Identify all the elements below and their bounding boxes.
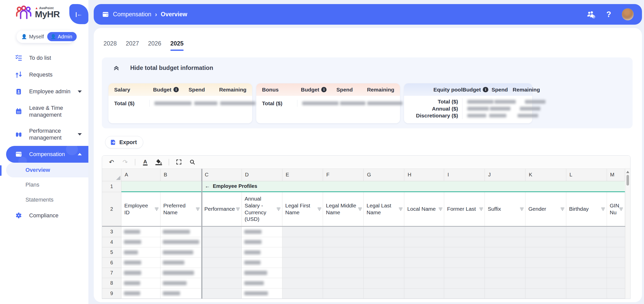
cell[interactable] (444, 257, 485, 268)
sidebar-item-performance[interactable]: Performance management (0, 123, 88, 146)
row-number-cell[interactable]: 3 (102, 227, 121, 237)
sidebar-item-plans[interactable]: Plans (0, 177, 88, 192)
cell[interactable] (323, 288, 364, 299)
field-header-cell[interactable]: Preferred Name (160, 192, 202, 226)
filter-icon[interactable] (358, 207, 362, 211)
column-letter-cell[interactable]: H (404, 169, 444, 181)
cell[interactable] (242, 227, 282, 237)
filter-icon[interactable] (601, 207, 605, 211)
cell[interactable] (485, 288, 525, 299)
cell[interactable] (282, 227, 323, 237)
user-avatar[interactable] (622, 8, 634, 20)
cell[interactable] (242, 237, 282, 247)
employee-profiles-banner-cell[interactable]: ←Employee Profiles (121, 181, 625, 192)
cell[interactable] (566, 237, 607, 247)
help-icon[interactable]: ? (606, 10, 611, 19)
cell[interactable] (201, 257, 241, 268)
cell[interactable] (160, 247, 202, 257)
sidebar-item-compensation[interactable]: Compensation (6, 146, 88, 163)
cell[interactable] (525, 278, 566, 288)
cell[interactable] (201, 278, 241, 288)
row-number-cell[interactable]: 6 (102, 257, 121, 268)
cell[interactable] (201, 247, 241, 257)
cell[interactable] (404, 227, 444, 237)
filter-icon[interactable] (276, 207, 281, 211)
filter-icon[interactable] (520, 207, 524, 211)
cell[interactable] (444, 247, 485, 257)
cell[interactable] (201, 268, 241, 278)
column-letter-cell[interactable]: K (525, 169, 566, 181)
myself-toggle[interactable]: 👤 Myself (21, 34, 44, 40)
sidebar-collapse-button[interactable]: |← (69, 4, 88, 24)
tab-2027[interactable]: 2027 (126, 40, 139, 51)
scrollbar-thumb[interactable] (626, 175, 629, 186)
cell[interactable] (121, 247, 160, 257)
cell[interactable] (607, 227, 625, 237)
cell[interactable] (525, 288, 566, 299)
cell[interactable] (566, 257, 607, 268)
sidebar-item-leave-time[interactable]: Leave & Time management (0, 100, 88, 123)
row-number-cell[interactable]: 7 (102, 268, 121, 278)
info-icon[interactable]: i (173, 87, 179, 92)
cell[interactable] (607, 278, 625, 288)
cell[interactable] (160, 237, 202, 247)
sidebar-item-todo-list[interactable]: To do list (0, 49, 88, 66)
cell[interactable] (201, 237, 241, 247)
field-header-cell[interactable]: GIN Nu (607, 192, 625, 226)
field-header-cell[interactable]: Birthday (566, 192, 607, 226)
cell[interactable] (282, 237, 323, 247)
column-letter-cell[interactable]: B (160, 169, 202, 181)
cell[interactable] (364, 227, 404, 237)
filter-icon[interactable] (317, 207, 322, 211)
field-header-cell[interactable]: Performance (201, 192, 241, 226)
field-header-cell[interactable]: Employee ID (121, 192, 160, 226)
fullscreen-icon[interactable] (175, 158, 183, 166)
row-number-cell[interactable]: 4 (102, 237, 121, 247)
column-letter-cell[interactable]: I (444, 169, 485, 181)
vertical-scrollbar[interactable] (625, 169, 630, 299)
tab-2025[interactable]: 2025 (170, 40, 184, 51)
filter-icon[interactable] (236, 207, 240, 211)
column-letter-cell[interactable]: G (364, 169, 404, 181)
cell[interactable] (242, 278, 282, 288)
font-color-icon[interactable]: A (141, 158, 149, 166)
cell[interactable] (364, 247, 404, 257)
cell[interactable] (525, 227, 566, 237)
cell[interactable] (160, 268, 202, 278)
fill-color-icon[interactable] (155, 158, 163, 166)
field-header-cell[interactable]: Legal Middle Name (323, 192, 364, 226)
undo-icon[interactable]: ↶ (108, 158, 115, 166)
cell[interactable] (364, 268, 404, 278)
cell[interactable] (404, 278, 444, 288)
column-letter-cell[interactable]: E (282, 169, 323, 181)
select-all-corner-cell[interactable] (102, 169, 121, 181)
tab-2026[interactable]: 2026 (148, 40, 161, 51)
row-number-cell[interactable]: 1 (102, 181, 121, 192)
cell[interactable] (566, 268, 607, 278)
cell[interactable] (323, 227, 364, 237)
field-header-cell[interactable]: Gender (525, 192, 566, 226)
cell[interactable] (444, 237, 485, 247)
column-letter-cell[interactable]: A (121, 169, 160, 181)
cell[interactable] (201, 227, 241, 237)
cell[interactable] (242, 288, 282, 299)
cell[interactable] (485, 227, 525, 237)
column-letter-cell[interactable]: D (242, 169, 282, 181)
field-header-cell[interactable]: Suffix (485, 192, 525, 226)
cell[interactable] (242, 247, 282, 257)
cell[interactable] (607, 268, 625, 278)
cell[interactable] (444, 268, 485, 278)
tab-2028[interactable]: 2028 (104, 40, 117, 51)
cell[interactable] (242, 257, 282, 268)
row-number-cell[interactable]: 8 (102, 278, 121, 288)
filter-icon[interactable] (619, 207, 623, 211)
cell[interactable] (404, 288, 444, 299)
sidebar-item-employee-admin[interactable]: Employee admin (0, 83, 88, 100)
cell[interactable] (525, 257, 566, 268)
cell[interactable] (607, 288, 625, 299)
cell[interactable] (364, 237, 404, 247)
breadcrumb-section[interactable]: Compensation (113, 11, 151, 18)
cell[interactable] (444, 278, 485, 288)
cell[interactable] (282, 247, 323, 257)
row-number-cell[interactable]: 9 (102, 288, 121, 299)
